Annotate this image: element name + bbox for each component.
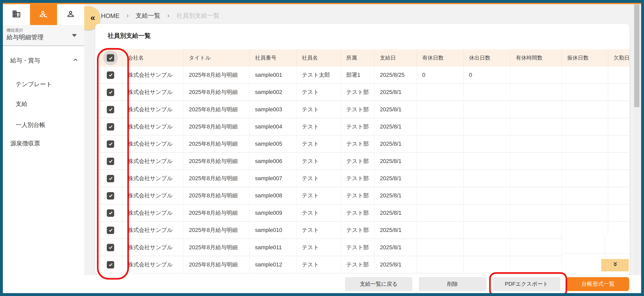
row-checkbox[interactable] [107, 71, 114, 78]
row-checkbox[interactable] [107, 88, 114, 96]
building-icon [12, 9, 21, 20]
row-checkbox-cell[interactable] [99, 66, 122, 84]
table-cell: sample011 [250, 239, 296, 256]
table-cell [562, 136, 608, 153]
scrollbar-thumb[interactable] [634, 4, 640, 107]
column-header: 振休日数 [562, 49, 608, 66]
table-cell: テスト部 [341, 136, 375, 153]
column-header: 有休時間数 [510, 49, 562, 66]
row-checkbox-cell[interactable] [99, 153, 122, 170]
table-cell [562, 187, 608, 205]
table-cell: 株式会社サンプル [122, 239, 184, 256]
row-checkbox[interactable] [107, 157, 114, 165]
row-checkbox[interactable] [107, 192, 114, 199]
table-cell [608, 205, 630, 222]
row-checkbox[interactable] [107, 209, 114, 217]
table-cell [417, 118, 464, 135]
table-cell [510, 101, 562, 118]
function-select-dropdown[interactable]: 機能選択 給与明細管理 [3, 25, 84, 46]
table-cell [562, 101, 608, 118]
person-search-icon [39, 9, 48, 20]
sidebar-item-individual-ledger[interactable]: 一人別台帳 [16, 121, 45, 129]
table-cell: テスト [296, 256, 341, 273]
column-header: 社員名 [296, 49, 341, 66]
delete-button[interactable]: 削除 [419, 277, 486, 291]
table-cell [562, 118, 608, 135]
sidebar-item-salary-bonus[interactable]: 給与・賞与 [10, 57, 40, 64]
table-cell: 株式会社サンプル [122, 118, 184, 135]
sidebar-tabs [3, 4, 84, 25]
double-chevron-down-icon [612, 261, 618, 269]
row-checkbox-cell[interactable] [99, 136, 122, 153]
sidebar-item-template[interactable]: テンプレート [16, 80, 52, 88]
row-checkbox[interactable] [107, 175, 114, 182]
table-cell: 部署1 [341, 66, 375, 84]
app-window: « [0, 0, 644, 296]
table-cell: 株式会社サンプル [122, 136, 184, 153]
sidebar-item-withholding-slip[interactable]: 源泉徴収票 [10, 140, 40, 147]
row-checkbox-cell[interactable] [99, 84, 122, 101]
table-cell: 2025年8月給与明細 [184, 136, 250, 153]
table-cell: 2025年8月給与明細 [184, 84, 250, 101]
table-cell: 株式会社サンプル [122, 187, 184, 205]
table-cell: テスト [296, 101, 341, 118]
table-cell: テスト部 [341, 153, 375, 170]
table-cell [417, 187, 464, 205]
row-checkbox[interactable] [107, 227, 114, 234]
table-cell: 株式会社サンプル [122, 222, 184, 239]
table-cell [510, 239, 562, 256]
row-checkbox[interactable] [107, 244, 114, 251]
table-cell: テスト部 [341, 170, 375, 187]
scroll-down-button[interactable] [601, 259, 629, 272]
table-cell [464, 136, 510, 153]
table-cell: sample008 [250, 187, 296, 205]
breadcrumb-payment-list[interactable]: 支給一覧 [136, 12, 160, 19]
row-checkbox-cell[interactable] [99, 170, 122, 187]
row-checkbox-cell[interactable] [99, 222, 122, 239]
table-cell: sample004 [250, 118, 296, 135]
chevron-right-icon: › [126, 12, 129, 19]
table-cell [464, 153, 510, 170]
vertical-scrollbar[interactable] [634, 4, 640, 275]
table-cell [464, 239, 510, 256]
ledger-format-list-button[interactable]: 台帳形式一覧 [567, 277, 629, 291]
row-checkbox[interactable] [107, 261, 114, 268]
table-row: 株式会社サンプル2025年8月給与明細sample009テストテスト部2025/… [99, 205, 630, 222]
table-row: 株式会社サンプル2025年8月給与明細sample007テストテスト部2025/… [99, 170, 630, 187]
row-checkbox[interactable] [107, 123, 114, 130]
tab-employee-search[interactable] [30, 4, 57, 25]
table-cell: 2025年8月給与明細 [184, 101, 250, 118]
table-cell: テスト部 [341, 187, 375, 205]
column-header: 会社名 [122, 49, 184, 66]
pdf-export-button[interactable]: PDFエクスポート [493, 277, 560, 291]
column-header: 支給日 [374, 49, 417, 66]
row-checkbox-cell[interactable] [99, 101, 122, 118]
table-cell [510, 153, 562, 170]
tab-company[interactable] [3, 4, 30, 25]
chevron-up-icon[interactable] [73, 57, 78, 64]
row-checkbox-cell[interactable] [99, 205, 122, 222]
row-checkbox-cell[interactable] [99, 118, 122, 135]
table-cell [608, 84, 630, 101]
chevron-right-icon: › [167, 12, 170, 19]
tab-user[interactable] [57, 4, 84, 25]
table-cell: テスト部 [341, 205, 375, 222]
back-to-payment-list-button[interactable]: 支給一覧に戻る [345, 277, 412, 291]
sidebar-item-payment[interactable]: 支給 [16, 100, 28, 108]
select-all-checkbox[interactable] [107, 54, 114, 61]
table-cell: 2025年8月給与明細 [184, 239, 250, 256]
table-cell [510, 136, 562, 153]
table-cell: sample005 [250, 136, 296, 153]
table-cell [417, 205, 464, 222]
breadcrumb-home[interactable]: HOME [101, 12, 120, 19]
sidebar: 機能選択 給与明細管理 給与・賞与 テンプレート 支給 一人別台帳 源泉徴収票 [3, 4, 84, 293]
table-cell: sample002 [250, 84, 296, 101]
row-checkbox[interactable] [107, 106, 114, 113]
table-cell: sample012 [250, 256, 296, 273]
row-checkbox-cell[interactable] [99, 256, 122, 273]
row-checkbox-cell[interactable] [99, 187, 122, 205]
table-cell: 2025年8月給与明細 [184, 118, 250, 135]
row-checkbox-cell[interactable] [99, 239, 122, 256]
table-cell: 2025/8/1 [374, 170, 417, 187]
row-checkbox[interactable] [107, 140, 114, 148]
